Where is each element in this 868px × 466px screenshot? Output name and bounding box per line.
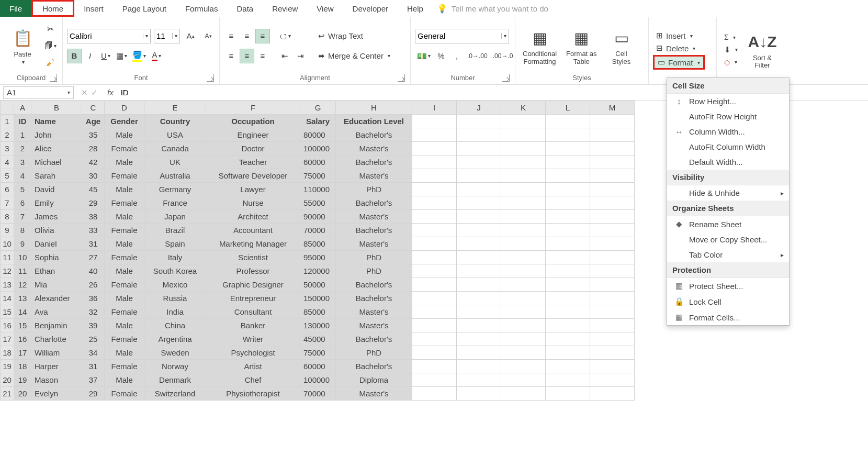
cell[interactable]: France [144,196,206,210]
select-all-corner[interactable] [1,101,14,115]
cell[interactable]: Professor [206,264,300,278]
cell[interactable]: 14 [14,305,31,319]
cell[interactable] [501,373,546,387]
cell[interactable]: Graphic Designer [206,278,300,292]
cell[interactable]: Master's [336,142,412,156]
cell[interactable]: Bachelor's [336,360,412,373]
cell[interactable]: 10 [14,251,31,264]
paste-button[interactable]: 📋 Paste ▾ [4,25,41,67]
header-cell[interactable]: Salary [300,115,336,128]
menu-data[interactable]: Data [227,0,263,17]
cell[interactable]: Male [105,292,144,305]
cell[interactable]: 39 [82,319,105,332]
cell[interactable] [501,292,546,305]
col-header[interactable]: I [412,101,457,115]
cell[interactable]: 15 [14,319,31,332]
cell[interactable]: Male [105,237,144,251]
cell[interactable] [546,183,590,196]
cell[interactable]: 13 [14,292,31,305]
menu-move-copy[interactable]: Move or Copy Sheet... [667,232,789,247]
cell[interactable] [590,237,635,251]
cell[interactable]: Female [105,251,144,264]
cell[interactable]: Banker [206,319,300,332]
cell[interactable]: Male [105,373,144,387]
cell[interactable] [457,142,501,156]
row-header[interactable]: 21 [1,387,14,401]
format-painter-button[interactable]: 🖌 [43,56,58,70]
cell[interactable]: Female [105,224,144,237]
col-header[interactable]: L [546,101,590,115]
cell[interactable]: David [31,183,82,196]
col-header[interactable]: D [105,101,144,115]
cell[interactable] [501,360,546,373]
cell[interactable] [412,305,457,319]
cell[interactable] [501,305,546,319]
cell[interactable] [412,169,457,183]
cell[interactable]: Bachelor's [336,292,412,305]
cell[interactable]: Evelyn [31,387,82,401]
cell[interactable]: 70000 [300,387,336,401]
cell[interactable] [546,224,590,237]
fill-button[interactable]: ⬇▾ [721,44,741,56]
cell[interactable]: Spain [144,237,206,251]
col-header[interactable]: C [82,101,105,115]
decrease-font-button[interactable]: A▾ [201,29,216,43]
row-header[interactable]: 1 [1,115,14,128]
cell[interactable]: Female [105,332,144,346]
tell-me-search[interactable]: 💡 Tell me what you want to do [437,0,548,17]
col-header[interactable]: E [144,101,206,115]
cell[interactable] [457,264,501,278]
cell[interactable]: Olivia [31,224,82,237]
cell[interactable] [590,156,635,169]
fx-icon[interactable]: fx [102,88,119,97]
cell[interactable] [590,264,635,278]
cell[interactable] [412,115,457,128]
row-header[interactable]: 3 [1,142,14,156]
menu-row-height[interactable]: ↕Row Height... [667,94,789,109]
merge-center-button[interactable]: ⬌Merge & Center▾ [315,49,393,63]
row-header[interactable]: 20 [1,373,14,387]
cell[interactable]: Male [105,346,144,360]
cell[interactable] [412,224,457,237]
cell[interactable]: PhD [336,251,412,264]
cell[interactable] [501,183,546,196]
cell[interactable]: Accountant [206,224,300,237]
row-header[interactable]: 6 [1,183,14,196]
cell[interactable]: 36 [82,292,105,305]
number-format-combo[interactable]: ▾ [415,29,509,43]
cell[interactable]: 85000 [300,305,336,319]
col-header[interactable]: B [31,101,82,115]
row-header[interactable]: 9 [1,224,14,237]
cell[interactable] [501,332,546,346]
cell[interactable] [501,169,546,183]
cell[interactable]: 2 [14,142,31,156]
insert-cells-button[interactable]: ⊞Insert▾ [653,30,705,41]
cell[interactable]: 45000 [300,332,336,346]
col-header[interactable]: F [206,101,300,115]
cell[interactable] [457,346,501,360]
cell[interactable]: Denmark [144,373,206,387]
cell[interactable]: Master's [336,319,412,332]
underline-button[interactable]: U▾ [98,49,113,63]
cell[interactable]: Sophia [31,251,82,264]
row-header[interactable]: 7 [1,196,14,210]
cell[interactable]: PhD [336,264,412,278]
cell[interactable] [412,387,457,401]
row-header[interactable]: 15 [1,305,14,319]
header-cell[interactable]: Age [82,115,105,128]
cell[interactable]: Female [105,387,144,401]
cell[interactable]: 40 [82,264,105,278]
cell[interactable] [590,169,635,183]
cell[interactable]: Lawyer [206,183,300,196]
cell[interactable]: Artist [206,360,300,373]
cell[interactable]: Harper [31,360,82,373]
cell[interactable] [546,210,590,224]
header-cell[interactable]: Gender [105,115,144,128]
cell[interactable]: Male [105,128,144,142]
cell[interactable]: 6 [14,196,31,210]
cell[interactable]: 9 [14,237,31,251]
cell[interactable]: Alice [31,142,82,156]
cell[interactable] [590,387,635,401]
cell[interactable]: William [31,346,82,360]
cell[interactable] [457,237,501,251]
